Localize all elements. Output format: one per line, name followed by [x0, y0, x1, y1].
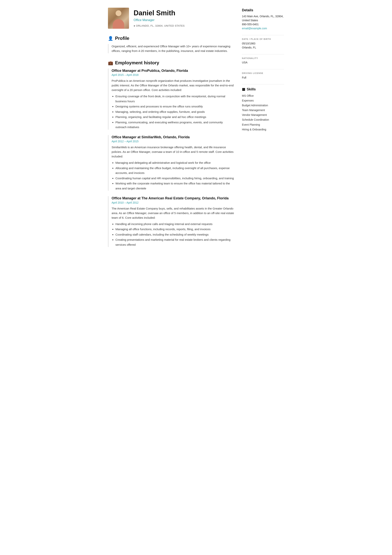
page-container: Daniel Smith Office Manager ● ORLANDO, F…	[104, 0, 288, 261]
divider-2	[242, 54, 284, 54]
job-bullets-3: Handling all incoming phone calls and tr…	[112, 222, 234, 247]
list-item: Managing, selecting, and ordering office…	[115, 109, 234, 114]
skills-icon: ▩	[242, 87, 245, 92]
sidebar: Details 143 Main Ave, Orlando, FL, 32804…	[242, 8, 284, 253]
skill-item: MS Office	[242, 94, 284, 98]
dob-label: DATE / PLACE OF BIRTH	[242, 37, 284, 41]
main-content: Daniel Smith Office Manager ● ORLANDO, F…	[108, 8, 234, 253]
avatar-image	[108, 8, 129, 29]
job-title-3: Office Manager at The American Real Esta…	[112, 196, 234, 201]
location-icon: ●	[134, 24, 135, 28]
job-entry-3: Office Manager at The American Real Esta…	[108, 196, 234, 247]
list-item: Coordinating human capital and HR respon…	[115, 176, 234, 181]
divider-3	[242, 69, 284, 69]
list-item: Allocating and maintaining the office bu…	[115, 166, 234, 175]
list-item: Managing and delegating all administrati…	[115, 160, 234, 165]
job-title-2: Office Manager at SimiliarWeb, Orlando, …	[112, 135, 234, 139]
job-desc-2: SimiliarWeb is an American insurance bro…	[112, 145, 234, 159]
list-item: Coordinating staff calendars, including …	[115, 232, 234, 237]
list-item: Managing all office functions, including…	[115, 227, 234, 232]
profile-icon: 👤	[108, 35, 113, 42]
resume-header: Daniel Smith Office Manager ● ORLANDO, F…	[108, 8, 234, 29]
nationality-value: USA	[242, 60, 284, 65]
job-title-1: Office Manager at ProPublica, Orlando, F…	[112, 69, 234, 73]
job-entry-1: Office Manager at ProPublica, Orlando, F…	[108, 69, 234, 130]
driving-label: DRIVING LICENSE	[242, 72, 284, 75]
sidebar-dob: DATE / PLACE OF BIRTH 05/10/1983 Orlando…	[242, 37, 284, 50]
skill-item: Vendor Management	[242, 113, 284, 117]
list-item: Ensuring coverage of the front desk, in …	[115, 94, 234, 104]
job-dates-2: April 2012 – April 2015	[112, 139, 234, 143]
avatar	[108, 8, 129, 29]
skill-item: Event Planning	[242, 122, 284, 127]
nationality-label: NATIONALITY	[242, 57, 284, 60]
sidebar-skills: ▩ Skills MS Office Expenses Budget Admin…	[242, 87, 284, 132]
job-desc-3: The American Real Estate Company buys, s…	[112, 206, 234, 220]
list-item: Creating presentations and marketing mat…	[115, 237, 234, 247]
profile-text: Organized, efficient, and experienced Of…	[108, 44, 234, 53]
sidebar-phone: 890-555-0401	[242, 22, 284, 26]
profile-section-title: 👤 Profile	[108, 35, 234, 42]
sidebar-nationality: NATIONALITY USA	[242, 57, 284, 65]
details-heading: Details	[242, 8, 284, 13]
skills-list: MS Office Expenses Budget Administration…	[242, 94, 284, 132]
driving-value: Full	[242, 76, 284, 80]
employment-section-title: 💼 Employment history	[108, 59, 234, 66]
list-item: Planning, communicating, and executing w…	[115, 120, 234, 130]
job-dates-3: April 2010 – April 2012	[112, 201, 234, 205]
sidebar-driving: DRIVING LICENSE Full	[242, 72, 284, 80]
job-dates-1: April 2015 – April 2018	[112, 73, 234, 77]
skill-item: Expenses	[242, 98, 284, 103]
divider-1	[242, 35, 284, 35]
job-desc-1: ProPublica is an American nonprofit orga…	[112, 79, 234, 92]
skill-item: Budget Administration	[242, 103, 284, 108]
candidate-job-title: Office Manager	[134, 18, 185, 22]
employment-section: 💼 Employment history Office Manager at P…	[108, 59, 234, 247]
skill-item: Hiring & Onboarding	[242, 127, 284, 132]
dob-place: Orlando, FL	[242, 46, 284, 50]
employment-icon: 💼	[108, 60, 113, 66]
skill-item: Schedule Coordination	[242, 117, 284, 122]
skill-item: Team Management	[242, 108, 284, 113]
list-item: Designing systems and processes to ensur…	[115, 104, 234, 109]
list-item: Working with the corporate marketing tea…	[115, 181, 234, 191]
job-entry-2: Office Manager at SimiliarWeb, Orlando, …	[108, 135, 234, 191]
job-bullets-1: Ensuring coverage of the front desk, in …	[112, 94, 234, 130]
dob-value: 05/10/1983	[242, 42, 284, 46]
profile-section: 👤 Profile Organized, efficient, and expe…	[108, 35, 234, 53]
list-item: Planning, organizing, and facilitating r…	[115, 115, 234, 119]
header-info: Daniel Smith Office Manager ● ORLANDO, F…	[134, 9, 185, 28]
sidebar-details: Details 143 Main Ave, Orlando, FL, 32804…	[242, 8, 284, 30]
skills-heading: ▩ Skills	[242, 87, 284, 92]
candidate-location: ● ORLANDO, FL, 32804, UNITED STATES	[134, 24, 185, 28]
candidate-name: Daniel Smith	[134, 9, 185, 17]
list-item: Handling all incoming phone calls and tr…	[115, 222, 234, 226]
sidebar-email[interactable]: email@example.com	[242, 26, 284, 30]
sidebar-address: 143 Main Ave, Orlando, FL, 32804, United…	[242, 14, 284, 22]
job-bullets-2: Managing and delegating all administrati…	[112, 160, 234, 191]
